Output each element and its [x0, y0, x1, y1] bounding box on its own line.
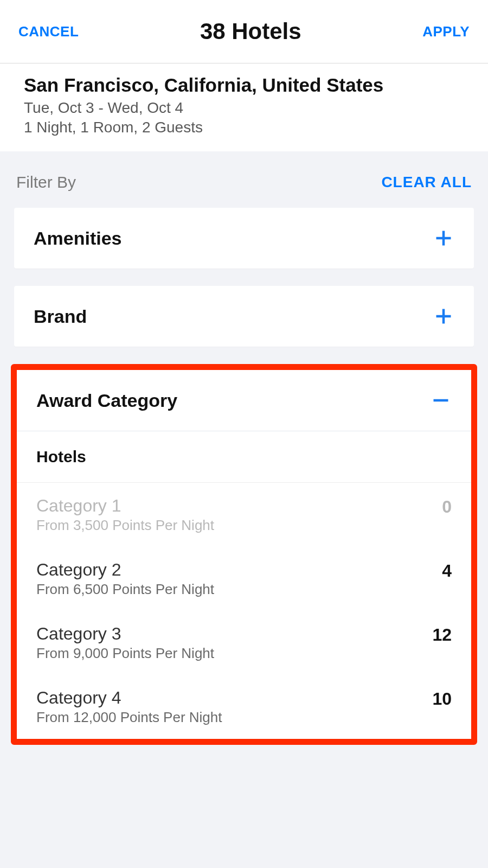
award-category-name: Category 2 [36, 560, 442, 580]
award-category-count: 4 [442, 560, 452, 581]
minus-icon [430, 390, 452, 411]
filter-amenities[interactable]: Amenities [14, 208, 474, 269]
award-category-name: Category 4 [36, 688, 432, 708]
award-category-row[interactable]: Category 3 From 9,000 Points Per Night 1… [17, 611, 471, 675]
award-category-count: 12 [432, 624, 452, 645]
award-category-row[interactable]: Category 1 From 3,500 Points Per Night 0 [17, 483, 471, 547]
apply-button[interactable]: APPLY [422, 23, 470, 40]
award-category-count: 10 [432, 688, 452, 709]
search-location: San Francisco, California, United States [24, 74, 464, 96]
award-category-name: Category 3 [36, 624, 432, 644]
page-title: 38 Hotels [200, 18, 301, 44]
award-category-row[interactable]: Category 2 From 6,500 Points Per Night 4 [17, 547, 471, 611]
highlight-annotation: Award Category Hotels Category 1 From 3,… [11, 364, 477, 745]
award-subhead: Hotels [17, 431, 471, 483]
filter-award-title: Award Category [36, 390, 177, 411]
award-category-count: 0 [442, 496, 452, 517]
award-category-name: Category 1 [36, 496, 442, 516]
filter-by-label: Filter By [16, 173, 76, 192]
search-summary: San Francisco, California, United States… [0, 63, 488, 151]
filter-brand[interactable]: Brand [14, 286, 474, 347]
clear-all-button[interactable]: CLEAR ALL [381, 174, 472, 191]
cancel-button[interactable]: CANCEL [18, 23, 79, 40]
filter-award-head[interactable]: Award Category [17, 370, 471, 431]
search-dates: Tue, Oct 3 - Wed, Oct 4 [24, 99, 464, 117]
filter-header: Filter By CLEAR ALL [0, 151, 488, 208]
filter-award-category: Award Category Hotels Category 1 From 3,… [17, 370, 471, 739]
filter-brand-head[interactable]: Brand [14, 286, 474, 347]
award-category-row[interactable]: Category 4 From 12,000 Points Per Night … [17, 675, 471, 739]
award-category-sub: From 3,500 Points Per Night [36, 517, 442, 534]
search-details: 1 Night, 1 Room, 2 Guests [24, 119, 464, 136]
award-category-sub: From 12,000 Points Per Night [36, 709, 432, 726]
award-category-sub: From 6,500 Points Per Night [36, 581, 442, 598]
filter-amenities-title: Amenities [34, 228, 122, 249]
filter-brand-title: Brand [34, 306, 87, 327]
filter-amenities-head[interactable]: Amenities [14, 208, 474, 269]
award-category-sub: From 9,000 Points Per Night [36, 645, 432, 662]
plus-icon [433, 305, 454, 327]
header-bar: CANCEL 38 Hotels APPLY [0, 0, 488, 63]
plus-icon [433, 227, 454, 249]
